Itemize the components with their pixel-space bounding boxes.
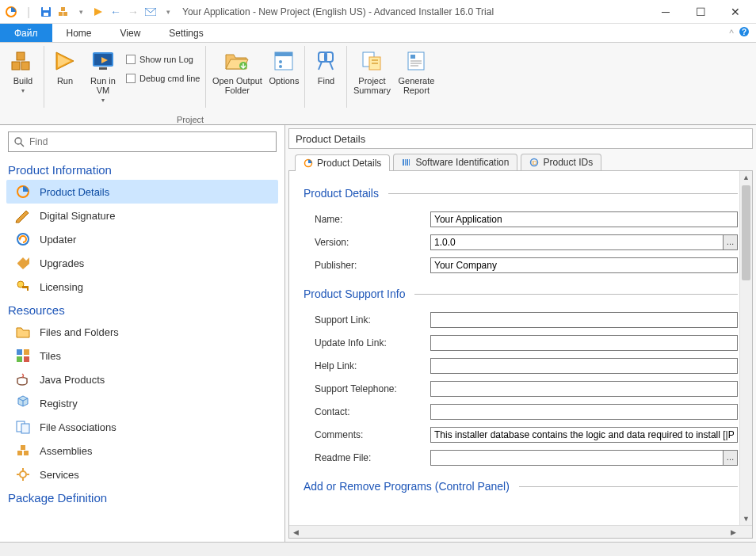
svg-text:ID: ID [532,160,537,166]
debug-cmd-line-checkbox[interactable]: Debug cmd line [123,70,203,87]
comments-label: Comments: [304,429,430,440]
nav-java-products[interactable]: Java Products [6,367,278,391]
menu-home[interactable]: Home [52,24,106,42]
tabstrip: Product Details Software Identification … [288,152,753,171]
nav-updater[interactable]: Updater [6,227,278,251]
close-button[interactable]: ✕ [718,1,753,23]
nav-file-associations[interactable]: File Associations [6,415,278,439]
app-icon[interactable] [3,4,19,20]
svg-rect-49 [24,356,29,362]
svg-point-38 [15,138,21,144]
comments-field[interactable] [430,427,738,443]
nav-tree: Product Information Product Details Digi… [0,158,284,542]
project-summary-button[interactable]: Project Summary [349,46,394,105]
build-icon[interactable] [55,4,71,20]
svg-rect-13 [17,52,25,60]
contact-field[interactable] [430,404,738,420]
menubar: Файл Home View Settings ^ ? [0,24,756,43]
support-link-field[interactable] [430,312,738,328]
tab-product-ids[interactable]: IDProduct IDs [521,154,601,170]
publisher-field[interactable] [430,257,738,273]
nav-licensing[interactable]: Licensing [6,275,278,299]
search-input[interactable] [29,136,271,147]
menu-view[interactable]: View [106,24,155,42]
menu-file[interactable]: Файл [0,24,52,42]
section-product-details: Product Details [304,187,738,200]
readme-field[interactable] [430,450,724,466]
support-phone-label: Support Telephone: [304,383,430,394]
build-button[interactable]: Build ▾ [5,46,41,105]
minimize-button[interactable]: ─ [648,1,683,23]
generate-report-button[interactable]: Generate Report [394,46,438,105]
search-icon [13,136,25,147]
options-button[interactable]: Options [265,46,302,105]
svg-rect-5 [63,12,67,16]
svg-rect-63 [405,159,406,166]
dropdown2-icon[interactable]: ▾ [160,4,176,20]
svg-marker-42 [18,238,21,241]
run-icon[interactable] [90,4,106,20]
version-field[interactable] [430,234,724,250]
svg-rect-6 [61,7,65,11]
qat-separator: | [21,4,36,20]
section-support-info: Product Support Info [304,288,738,300]
svg-rect-11 [12,62,20,70]
svg-marker-7 [94,8,102,16]
back-icon[interactable]: ← [108,4,124,20]
menu-settings[interactable]: Settings [155,24,217,42]
open-output-folder-button[interactable]: Open Output Folder [208,46,265,105]
ribbon: Build ▾ Run Run in VM ▾ Show run Log Deb… [0,43,756,125]
window-title: Your Application - New Project (English … [182,6,494,17]
svg-rect-22 [275,52,292,56]
nav-digital-signature[interactable]: Digital Signature [6,204,278,227]
search-box[interactable] [8,131,277,152]
contact-label: Contact: [304,406,430,417]
version-label: Version: [304,237,430,248]
svg-rect-2 [43,7,49,10]
svg-rect-62 [403,159,404,166]
run-in-vm-button[interactable]: Run in VM ▾ [83,46,123,105]
tab-software-identification[interactable]: Software Identification [393,154,517,170]
support-phone-field[interactable] [430,381,738,397]
readme-label: Readme File: [304,452,430,463]
help-icon[interactable]: ? [739,26,750,40]
svg-line-39 [21,143,24,147]
svg-rect-18 [99,67,107,70]
main-area: Product Information Product Details Digi… [0,125,756,542]
dropdown-icon[interactable]: ▾ [73,4,89,20]
version-browse-button[interactable]: … [724,234,738,250]
help-link-field[interactable] [430,358,738,374]
show-run-log-checkbox[interactable]: Show run Log [123,51,203,68]
svg-rect-12 [21,62,29,70]
svg-rect-4 [59,12,63,16]
svg-point-24 [279,65,282,68]
save-icon[interactable] [38,4,54,20]
form-area: Product Details Name: Version:… Publishe… [288,171,753,539]
forward-icon[interactable]: → [125,4,141,20]
nav-registry[interactable]: Registry [6,391,278,415]
mail-icon[interactable] [143,4,158,20]
nav-tiles[interactable]: Tiles [6,344,278,367]
nav-upgrades[interactable]: Upgrades [6,251,278,275]
update-link-label: Update Info Link: [304,337,430,348]
find-button[interactable]: Find [307,46,344,105]
name-field[interactable] [430,211,738,227]
readme-browse-button[interactable]: … [724,450,738,466]
run-button[interactable]: Run [47,46,83,105]
tab-product-details[interactable]: Product Details [295,154,390,171]
nav-product-details[interactable]: Product Details [6,180,278,204]
help-link-label: Help Link: [304,360,430,371]
update-link-field[interactable] [430,335,738,351]
horizontal-scrollbar[interactable]: ◀ ▶ [289,525,752,538]
titlebar: | ▾ ← → ▾ Your Application - New Project… [0,0,756,24]
maximize-button[interactable]: ☐ [683,1,718,23]
collapse-ribbon-icon[interactable]: ^ [729,28,734,39]
nav-files-folders[interactable]: Files and Folders [6,320,278,344]
vertical-scrollbar[interactable]: ▲ ▼ [739,171,752,525]
nav-assemblies[interactable]: Assemblies [6,439,278,463]
publisher-label: Publisher: [304,260,430,271]
svg-rect-52 [21,424,29,433]
nav-services[interactable]: Services [6,463,278,486]
svg-rect-34 [410,55,415,59]
left-panel: Product Information Product Details Digi… [0,125,285,542]
